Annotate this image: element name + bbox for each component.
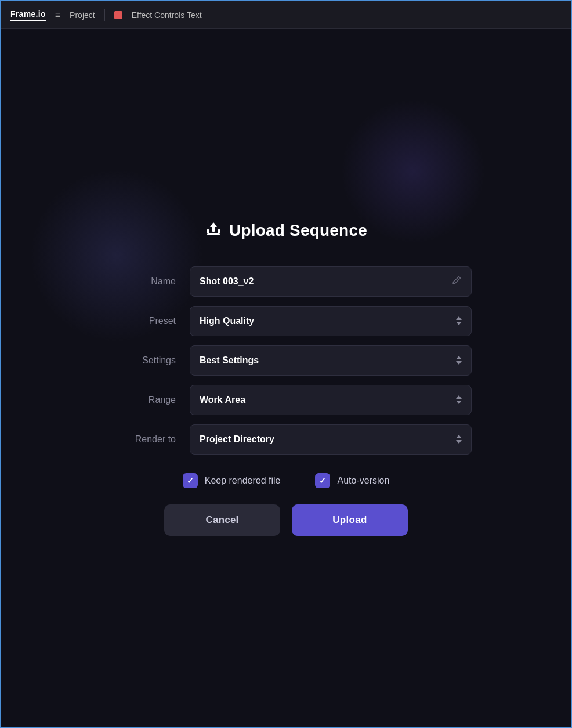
- edit-icon[interactable]: [451, 275, 462, 288]
- name-control[interactable]: Shot 003_v2: [190, 266, 472, 297]
- render-to-label: Render to: [100, 434, 176, 445]
- app-name-wrap: Frame.io: [10, 9, 46, 21]
- spinner-down-icon: [456, 322, 462, 325]
- menu-icon[interactable]: ≡: [55, 10, 60, 20]
- settings-label: Settings: [100, 355, 176, 366]
- preset-row: Preset High Quality: [100, 304, 472, 338]
- checkboxes-row: ✓ Keep rendered file ✓ Auto-version: [183, 473, 390, 488]
- preset-spinner[interactable]: [456, 316, 462, 325]
- settings-control[interactable]: Best Settings: [190, 345, 472, 376]
- titlebar: Frame.io ≡ Project Effect Controls Text: [1, 1, 571, 29]
- name-label: Name: [100, 276, 176, 287]
- render-to-control[interactable]: Project Directory: [190, 424, 472, 455]
- upload-button[interactable]: Upload: [292, 504, 408, 536]
- auto-version-checkbox[interactable]: ✓ Auto-version: [315, 473, 389, 488]
- range-spinner[interactable]: [456, 395, 462, 404]
- spinner-down-icon: [456, 440, 462, 444]
- svg-marker-4: [210, 222, 217, 227]
- settings-spinner[interactable]: [456, 356, 462, 365]
- svg-rect-2: [218, 229, 220, 233]
- settings-row: Settings Best Settings: [100, 343, 472, 378]
- keep-rendered-box[interactable]: ✓: [183, 473, 198, 488]
- auto-version-check-icon: ✓: [319, 477, 326, 485]
- render-to-spinner[interactable]: [456, 435, 462, 444]
- svg-rect-1: [207, 229, 209, 233]
- preset-control[interactable]: High Quality: [190, 306, 472, 336]
- main-content: Upload Sequence Name Shot 003_v2 Preset: [1, 29, 571, 727]
- auto-version-box[interactable]: ✓: [315, 473, 330, 488]
- buttons-row: Cancel Upload: [100, 504, 472, 536]
- form-rows: Name Shot 003_v2 Preset High Quality: [100, 264, 472, 457]
- spinner-up-icon: [456, 435, 462, 438]
- preset-label: Preset: [100, 316, 176, 326]
- render-to-row: Render to Project Directory: [100, 422, 472, 457]
- titlebar-separator: [104, 9, 105, 21]
- spinner-down-icon: [456, 361, 462, 365]
- range-label: Range: [100, 395, 176, 405]
- keep-rendered-check-icon: ✓: [187, 477, 194, 485]
- name-row: Name Shot 003_v2: [100, 264, 472, 299]
- cancel-button[interactable]: Cancel: [164, 504, 280, 536]
- project-tab[interactable]: Project: [70, 10, 95, 20]
- dialog-title-row: Upload Sequence: [205, 221, 367, 241]
- keep-rendered-label: Keep rendered file: [205, 475, 281, 486]
- dialog-title: Upload Sequence: [229, 221, 367, 240]
- settings-value: Best Settings: [200, 355, 456, 366]
- upload-dialog: Upload Sequence Name Shot 003_v2 Preset: [100, 221, 472, 536]
- auto-version-label: Auto-version: [337, 475, 389, 486]
- keep-rendered-checkbox[interactable]: ✓ Keep rendered file: [183, 473, 281, 488]
- app-name: Frame.io: [10, 9, 46, 19]
- effect-controls-tab[interactable]: Effect Controls Text: [132, 10, 202, 20]
- svg-rect-0: [207, 233, 220, 235]
- range-value: Work Area: [200, 395, 456, 405]
- name-value: Shot 003_v2: [200, 276, 451, 287]
- spinner-down-icon: [456, 401, 462, 404]
- spinner-up-icon: [456, 395, 462, 399]
- spinner-up-icon: [456, 316, 462, 320]
- render-to-value: Project Directory: [200, 434, 456, 445]
- red-dot-icon: [114, 11, 122, 19]
- preset-value: High Quality: [200, 316, 456, 326]
- upload-icon: [205, 221, 222, 241]
- spinner-up-icon: [456, 356, 462, 359]
- range-row: Range Work Area: [100, 383, 472, 417]
- range-control[interactable]: Work Area: [190, 385, 472, 415]
- app-name-underline: [10, 20, 46, 21]
